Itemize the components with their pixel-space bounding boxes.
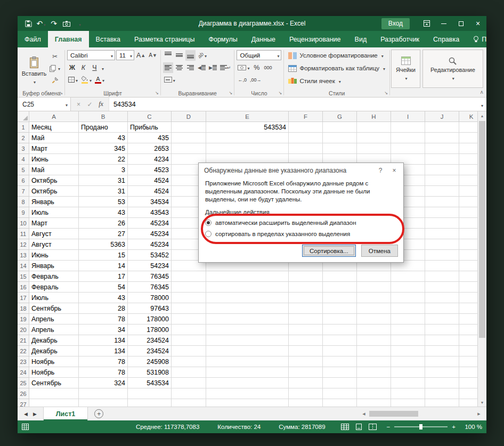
cell-E22[interactable] <box>206 346 289 356</box>
cell-K14[interactable] <box>459 261 477 271</box>
cell-A26[interactable] <box>29 388 79 399</box>
cell-G19[interactable] <box>323 314 357 325</box>
cell-K1[interactable] <box>459 122 477 133</box>
cell-K2[interactable] <box>459 133 477 143</box>
cell-A13[interactable]: Июнь <box>29 250 79 261</box>
cell-J15[interactable] <box>425 271 459 282</box>
cell-J26[interactable] <box>425 388 459 399</box>
new-sheet-button[interactable]: + <box>94 409 103 418</box>
cell-A14[interactable]: Январь <box>29 261 79 271</box>
cell-A12[interactable]: Август <box>29 239 79 250</box>
cell-C1[interactable]: Прибыль <box>128 122 172 133</box>
row-header-2[interactable]: 2 <box>18 133 29 143</box>
cell-E25[interactable] <box>206 378 289 388</box>
camera-button[interactable] <box>61 18 72 29</box>
cell-B8[interactable]: 53 <box>79 197 128 207</box>
column-header-E[interactable]: E <box>206 111 289 122</box>
cell-J20[interactable] <box>425 325 459 335</box>
comma-style-button[interactable]: 000 <box>263 62 273 73</box>
cell-I17[interactable] <box>391 293 425 303</box>
cell-B4[interactable]: 22 <box>79 154 128 165</box>
cell-K13[interactable] <box>459 250 477 261</box>
cell-E16[interactable] <box>206 282 289 293</box>
cell-F1[interactable] <box>289 122 323 133</box>
confirm-entry-button[interactable]: ✓ <box>85 101 95 108</box>
cell-K8[interactable] <box>459 197 477 207</box>
cell-C4[interactable]: 4234 <box>128 154 172 165</box>
normal-view-button[interactable] <box>340 423 349 431</box>
cell-I16[interactable] <box>391 282 425 293</box>
cell-C18[interactable]: 97643 <box>128 303 172 314</box>
cell-J27[interactable] <box>425 399 459 407</box>
cell-I3[interactable] <box>391 143 425 154</box>
row-header-21[interactable]: 21 <box>18 335 29 346</box>
wrap-text-button[interactable]: ↵ <box>219 62 232 73</box>
horizontal-scrollbar[interactable]: ◀ ▶ <box>360 409 483 418</box>
cell-B25[interactable]: 324 <box>79 378 128 388</box>
cell-A3[interactable]: Март <box>29 143 79 154</box>
cells-group-button[interactable]: Ячейки <box>391 50 420 88</box>
cut-button[interactable]: ✂ <box>47 51 62 62</box>
cell-D19[interactable] <box>172 314 206 325</box>
tab-help[interactable]: Справка <box>426 31 466 47</box>
cell-F2[interactable] <box>289 133 323 143</box>
cell-D24[interactable] <box>172 367 206 378</box>
decrease-indent-button[interactable]: ◀ <box>197 62 207 73</box>
cell-B16[interactable]: 54 <box>79 282 128 293</box>
cell-A24[interactable]: Ноябрь <box>29 367 79 378</box>
row-header-25[interactable]: 25 <box>18 378 29 388</box>
page-break-view-button[interactable] <box>368 423 377 431</box>
assistance-button[interactable]: Помощь <box>466 31 486 47</box>
cell-J24[interactable] <box>425 367 459 378</box>
insert-function-button[interactable]: fx <box>96 100 106 108</box>
cancel-entry-button[interactable]: × <box>74 101 84 108</box>
cell-K6[interactable] <box>459 175 477 186</box>
cell-K26[interactable] <box>459 388 477 399</box>
cell-C19[interactable]: 178000 <box>128 314 172 325</box>
cell-G25[interactable] <box>323 378 357 388</box>
editing-group-button[interactable]: Редактирование <box>422 50 483 88</box>
cell-C26[interactable] <box>128 388 172 399</box>
cell-I26[interactable] <box>391 388 425 399</box>
cell-H15[interactable] <box>357 271 391 282</box>
cell-B9[interactable]: 43 <box>79 207 128 218</box>
tab-page-layout[interactable]: Разметка страницы <box>127 31 201 47</box>
zoom-out-button[interactable]: − <box>387 424 391 430</box>
redo-button[interactable]: ↷ <box>48 18 59 29</box>
sheet-tab-list1[interactable]: Лист1 <box>43 407 88 420</box>
vertical-scroll-track[interactable] <box>478 120 486 398</box>
cell-A16[interactable]: Февраль <box>29 282 79 293</box>
cell-B26[interactable] <box>79 388 128 399</box>
row-header-8[interactable]: 8 <box>18 197 29 207</box>
tab-insert[interactable]: Вставка <box>89 31 127 47</box>
cell-D16[interactable] <box>172 282 206 293</box>
cell-G2[interactable] <box>323 133 357 143</box>
cell-F15[interactable] <box>289 271 323 282</box>
cell-D25[interactable] <box>172 378 206 388</box>
cell-C3[interactable]: 2653 <box>128 143 172 154</box>
column-header-C[interactable]: C <box>128 111 172 122</box>
cell-D3[interactable] <box>172 143 206 154</box>
tab-view[interactable]: Вид <box>348 31 374 47</box>
cell-B20[interactable]: 34 <box>79 325 128 335</box>
tab-formulas[interactable]: Формулы <box>201 31 244 47</box>
cell-I19[interactable] <box>391 314 425 325</box>
cell-J12[interactable] <box>425 239 459 250</box>
vertical-scroll-thumb[interactable] <box>479 121 485 338</box>
cell-A18[interactable]: Сентябрь <box>29 303 79 314</box>
cell-J23[interactable] <box>425 356 459 367</box>
cell-K19[interactable] <box>459 314 477 325</box>
macro-record-button[interactable] <box>22 424 29 430</box>
cell-I25[interactable] <box>391 378 425 388</box>
cell-K15[interactable] <box>459 271 477 282</box>
column-header-H[interactable]: H <box>357 111 391 122</box>
cell-J8[interactable] <box>425 197 459 207</box>
cell-C24[interactable]: 531908 <box>128 367 172 378</box>
cell-J6[interactable] <box>425 175 459 186</box>
vertical-scrollbar[interactable]: ▲ ▼ <box>477 111 486 407</box>
cell-E20[interactable] <box>206 325 289 335</box>
cell-A22[interactable]: Декабрь <box>29 346 79 356</box>
cell-J1[interactable] <box>425 122 459 133</box>
cell-C9[interactable]: 43543 <box>128 207 172 218</box>
cell-A1[interactable]: Месяц <box>29 122 79 133</box>
